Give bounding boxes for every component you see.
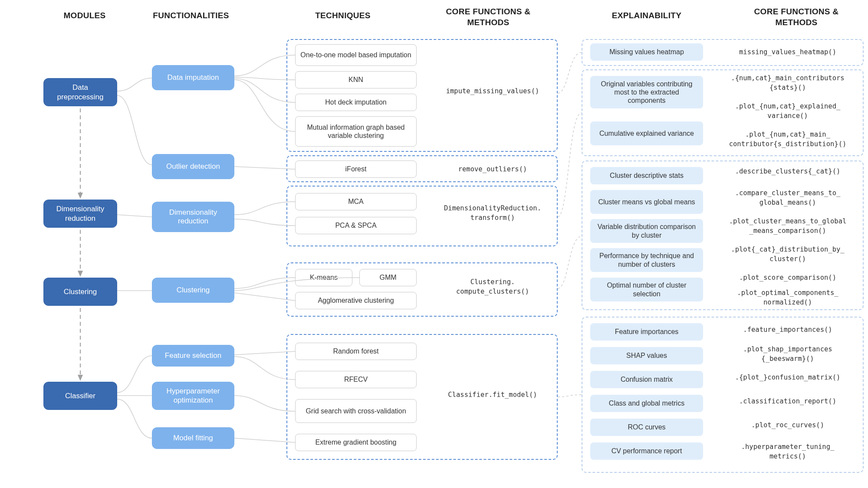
header-explainability: EXPLAINABILITY [595,11,699,20]
tech-xgb: Extreme gradient boosting [295,434,417,451]
core2-main-contrib-dist: .plot_{num,cat}_main_contributor{s_distr… [716,130,859,149]
expl-cv-perf: CV performance report [590,442,703,460]
expl-orig-vars: Original variables contributing most to … [590,76,703,108]
header-core2: CORE FUNCTIONS & METHODS [736,7,857,28]
core2-expl-var: .plot_{num,cat}_explained_variance() [716,102,859,121]
core2-conf: .{plot_}confusion_matrix() [716,373,859,383]
tech-hotdeck: Hot deck imputation [295,94,417,111]
module-clustering: Clustering [43,278,117,306]
core2-main-contrib: .{num,cat}_main_contributors{stats}() [716,74,859,92]
expl-roc: ROC curves [590,419,703,436]
tech-pca: PCA & SPCA [295,217,417,234]
tech-kmeans: K-means [295,269,352,286]
tech-mi-graph: Mutual information graph based variable … [295,116,417,147]
tech-onetoone: One-to-one model based imputation [295,44,417,66]
func-featsel: Feature selection [152,345,234,367]
expl-feat-imp: Feature importances [590,323,703,341]
svg-marker-5 [78,375,83,381]
core2-describe: .describe_clusters{_cat}() [716,167,859,177]
expl-cluster-means: Cluster means vs global means [590,190,703,214]
module-dimred: Dimensionality reduction [43,200,117,228]
func-outlier: Outlier detection [152,154,234,179]
expl-shap: SHAP values [590,347,703,364]
header-techniques: TECHNIQUES [295,11,391,20]
core-dimred: DimensionalityReduction.transform() [427,204,558,223]
expl-cum-var: Cumulative explained variance [590,121,703,145]
tech-gmm: GMM [359,269,417,286]
connector-lines [0,0,868,488]
tech-knn: KNN [295,71,417,88]
module-classifier: Classifier [43,382,117,410]
module-preprocessing: Data preprocessing [43,78,117,106]
core2-shap: .plot_shap_importances{_beeswarm}() [716,345,859,364]
core-remove: remove_outliers() [427,165,558,174]
expl-var-dist: Variable distribution comparison by clus… [590,219,703,243]
func-imputation: Data imputation [152,65,234,90]
tech-gridcv: Grid search with cross-validation [295,399,417,423]
tech-iforest: iForest [295,160,417,178]
func-hyper: Hyperparameter optimization [152,382,234,410]
expl-cluster-desc: Cluster descriptive stats [590,167,703,184]
tech-rf: Random forest [295,343,417,360]
header-functionalities: FUNCTIONALITIES [143,11,239,20]
core2-feat-imp: .feature_importances() [716,325,859,335]
header-modules: MODULES [46,11,124,20]
core2-compare: .compare_cluster_means_to_global_means() [716,189,859,207]
core-classifier: Classifier.fit_model() [427,390,558,400]
core2-missing-heat: missing_values_heatmap() [716,48,859,57]
core2-class-rep: .classification_report() [716,397,859,406]
core2-opt-comp: .plot_optimal_components_normalized() [716,288,859,307]
expl-class-metrics: Class and global metrics [590,395,703,412]
func-clustering: Clustering [152,278,234,303]
core-clustering: Clustering.compute_clusters() [427,278,558,296]
core2-score-comp: .plot_score_comparison() [716,273,859,283]
svg-marker-1 [78,193,83,199]
expl-opt-num: Optimal number of cluster selection [590,278,703,301]
core-impute: impute_missing_values() [427,87,558,96]
expl-conf: Confusion matrix [590,371,703,388]
core2-plot-cluster: .plot_cluster_means_to_global_means_comp… [716,217,859,236]
core2-roc: .plot_roc_curves() [716,421,859,430]
expl-perf-tech: Performance by technique and number of c… [590,248,703,272]
tech-mca: MCA [295,193,417,210]
core2-plot-dist: .plot{_cat}_distribution_by_cluster() [716,245,859,264]
header-core1: CORE FUNCTIONS & METHODS [427,7,549,28]
tech-rfecv: RFECV [295,371,417,388]
svg-marker-3 [78,271,83,277]
tech-agg: Agglomerative clustering [295,292,417,309]
diagram-canvas: MODULES FUNCTIONALITIES TECHNIQUES CORE … [0,0,868,488]
func-dimred: Dimensionality reduction [152,202,234,232]
expl-missing-heat: Missing values heatmap [590,43,703,61]
core2-hyper: .hyperparameter_tuning_metrics() [716,442,859,461]
func-modelfit: Model fitting [152,427,234,449]
